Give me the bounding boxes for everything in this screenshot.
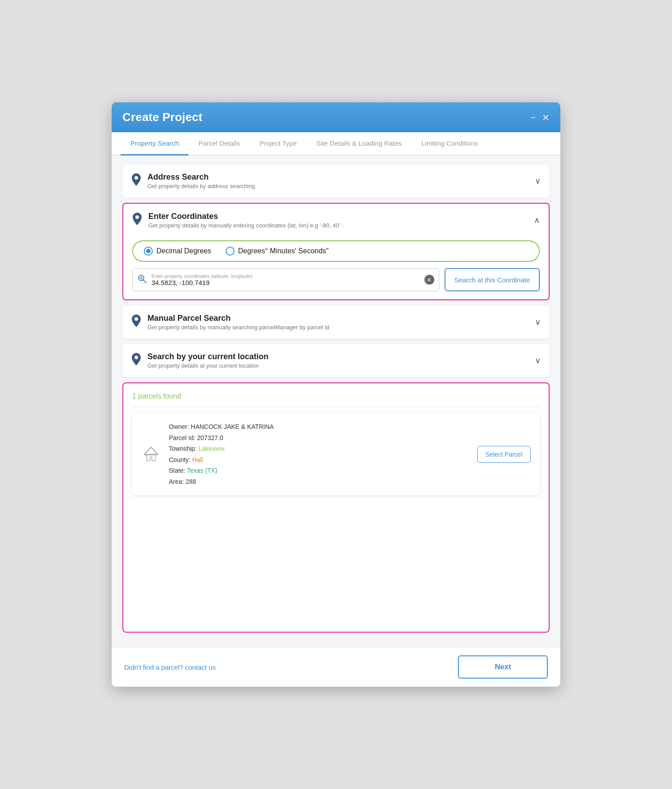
svg-marker-6 <box>147 454 155 461</box>
manual-parcel-header[interactable]: Manual Parcel Search Get property detail… <box>122 306 550 339</box>
parcel-county: County: Hall <box>169 454 469 466</box>
parcel-id: Parcel Id: 207327.0 <box>169 432 469 444</box>
next-button[interactable]: Next <box>458 655 548 679</box>
current-location-section: Search by your current location Get prop… <box>122 344 550 377</box>
address-search-title: Address Search <box>147 172 255 182</box>
address-search-icon <box>131 173 141 189</box>
results-divider <box>132 407 540 407</box>
manual-parcel-title: Manual Parcel Search <box>147 314 329 323</box>
close-button[interactable]: ✕ <box>542 113 550 122</box>
state-value: Texas (TX) <box>187 467 217 474</box>
address-search-subtitle: Get property details by address searchin… <box>147 183 255 189</box>
minimize-button[interactable]: − <box>530 113 536 122</box>
coordinate-input-row: Enter property coordinates (latitude, lo… <box>132 268 540 291</box>
current-location-title: Search by your current location <box>147 352 269 361</box>
parcel-info: Owner: HANCOCK JAKE & KATRINA Parcel Id:… <box>169 421 469 487</box>
coordinate-clear-button[interactable]: ✕ <box>424 275 434 285</box>
footer: Didn't find a parcel? contact us Next <box>112 647 560 687</box>
area-label: Area: <box>169 478 184 485</box>
parcel-id-value: 207327.0 <box>197 434 223 441</box>
titlebar: Create Project − ✕ <box>112 102 560 132</box>
address-search-chevron: ∨ <box>535 176 541 186</box>
coordinate-format-group: Decimal Degrees Degrees° Minutes' Second… <box>132 240 540 262</box>
tab-site-details[interactable]: Site Details & Loading Rates <box>307 132 412 155</box>
current-location-subtitle: Get property details at your current loc… <box>147 362 269 369</box>
address-search-section: Address Search Get property details by a… <box>122 164 550 197</box>
enter-coordinates-section: Enter Coordinates Get property details b… <box>122 203 550 300</box>
manual-parcel-icon <box>131 315 141 330</box>
address-search-header[interactable]: Address Search Get property details by a… <box>122 164 550 197</box>
area-value: 288 <box>185 478 196 485</box>
township-value: Lakeview <box>198 445 224 452</box>
coordinate-input-icon <box>137 274 147 286</box>
tab-limiting-conditions[interactable]: Limiting Conditions <box>412 132 488 155</box>
content-area: Address Search Get property details by a… <box>112 155 560 647</box>
county-label: County: <box>169 456 190 463</box>
decimal-degrees-label: Decimal Degrees <box>156 247 211 255</box>
parcel-id-label: Parcel Id: <box>169 434 195 441</box>
current-location-icon <box>131 353 141 368</box>
manual-parcel-section: Manual Parcel Search Get property detail… <box>122 306 550 339</box>
parcel-area: Area: 288 <box>169 476 469 487</box>
manual-parcel-chevron: ∨ <box>535 317 541 327</box>
coordinate-input-placeholder: Enter property coordinates (latitude, lo… <box>151 273 424 279</box>
create-project-window: Create Project − ✕ Property Search Parce… <box>112 102 560 687</box>
svg-line-1 <box>143 280 147 283</box>
enter-coordinates-header[interactable]: Enter Coordinates Get property details b… <box>123 204 549 237</box>
search-at-coordinate-button[interactable]: Search at this Coordinate <box>445 268 540 291</box>
window-controls: − ✕ <box>530 113 550 122</box>
tab-parcel-details[interactable]: Parcel Details <box>189 132 250 155</box>
select-parcel-button[interactable]: Select Parcel <box>477 446 531 463</box>
results-count: 1 parcels found <box>132 392 540 400</box>
dms-label: Degrees° Minutes' Seconds" <box>238 247 329 255</box>
parcel-result-icon <box>141 444 161 465</box>
tabs-bar: Property Search Parcel Details Project T… <box>112 132 560 155</box>
parcel-result-card: Owner: HANCOCK JAKE & KATRINA Parcel Id:… <box>132 413 540 495</box>
enter-coordinates-title: Enter Coordinates <box>148 212 340 221</box>
svg-rect-3 <box>141 276 142 280</box>
dms-option[interactable]: Degrees° Minutes' Seconds" <box>226 247 329 256</box>
enter-coordinates-chevron: ∧ <box>534 215 540 225</box>
state-label: State: <box>169 467 185 474</box>
svg-marker-5 <box>144 447 158 454</box>
tab-property-search[interactable]: Property Search <box>121 132 189 155</box>
parcel-owner: Owner: HANCOCK JAKE & KATRINA <box>169 421 469 432</box>
owner-label: Owner: <box>169 423 189 430</box>
enter-coordinates-icon <box>132 213 142 228</box>
enter-coordinates-subtitle: Get property details by manually enterin… <box>148 222 340 229</box>
current-location-chevron: ∨ <box>535 356 541 365</box>
manual-parcel-subtitle: Get property details by manually searchi… <box>147 324 329 331</box>
tab-project-type[interactable]: Project Type <box>250 132 307 155</box>
coordinate-input-value[interactable]: 34.5823, -100.7419 <box>151 279 424 286</box>
coordinate-input-wrapper: Enter property coordinates (latitude, lo… <box>132 268 439 291</box>
results-section: 1 parcels found Owner: HANCOCK JAKE & KA… <box>122 382 550 633</box>
parcel-township: Township: Lakeview <box>169 443 469 454</box>
township-label: Township: <box>169 445 197 452</box>
window-title: Create Project <box>122 110 202 124</box>
parcel-state: State: Texas (TX) <box>169 465 469 476</box>
dms-radio[interactable] <box>226 247 235 256</box>
contact-link[interactable]: Didn't find a parcel? contact us <box>124 663 216 671</box>
decimal-degrees-radio[interactable] <box>144 247 153 256</box>
current-location-header[interactable]: Search by your current location Get prop… <box>122 344 550 377</box>
county-value: Hall <box>192 456 203 463</box>
owner-value: HANCOCK JAKE & KATRINA <box>191 423 274 430</box>
decimal-degrees-option[interactable]: Decimal Degrees <box>144 247 211 256</box>
